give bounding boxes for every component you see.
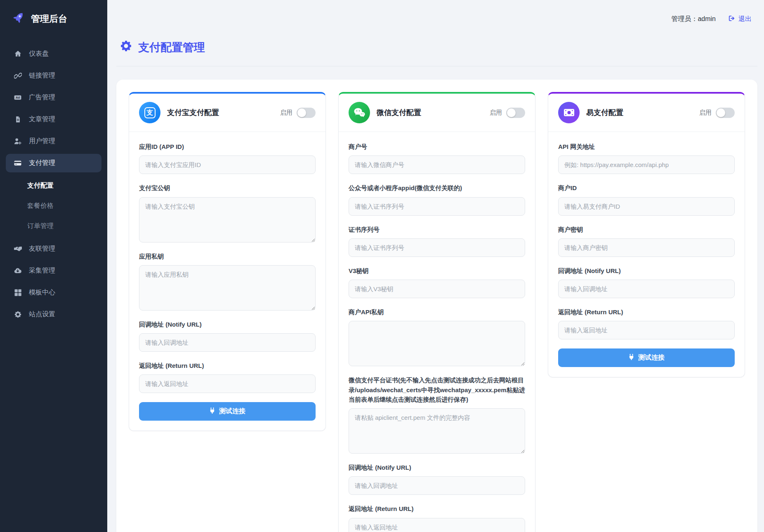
epay-enable-wrap: 启用	[699, 108, 735, 118]
wechat-input-7[interactable]	[349, 518, 525, 532]
alipay-test-connection-button[interactable]: 测试连接	[139, 402, 316, 421]
sidebar-item-label: 链接管理	[29, 71, 55, 80]
wechat-field-6: 回调地址 (Notify URL)	[349, 463, 525, 495]
sidebar-item-friend-links[interactable]: 友联管理	[6, 240, 101, 258]
alipay-input-2[interactable]	[139, 265, 316, 311]
ad-icon: Ad	[13, 94, 22, 101]
sidebar-item-users[interactable]: 用户管理	[6, 132, 101, 151]
field-label: 返回地址 (Return URL)	[139, 361, 316, 370]
field-label: 商户密钥	[558, 225, 735, 234]
sidebar-item-articles[interactable]: 文章管理	[6, 110, 101, 129]
wechat-input-0[interactable]	[349, 155, 525, 174]
admin-info: 管理员：admin	[671, 15, 716, 24]
field-label: 返回地址 (Return URL)	[558, 307, 735, 317]
epay-field-1: 商户ID	[558, 183, 735, 215]
topbar: 管理员：admin 退出	[116, 0, 757, 38]
wechat-input-4[interactable]	[349, 321, 525, 366]
gear-icon	[120, 40, 132, 55]
alipay-enable-toggle[interactable]	[297, 108, 316, 118]
grid-icon	[13, 289, 22, 297]
alipay-field-3: 回调地址 (Notify URL)	[139, 320, 316, 352]
main-area: 管理员：admin 退出 支付配置管理 支支付宝支付配置启用应用ID (	[107, 0, 764, 532]
epay-input-0[interactable]	[558, 155, 735, 174]
alipay-enable-wrap: 启用	[280, 108, 316, 118]
alipay-input-1[interactable]	[139, 197, 316, 242]
sidebar-subitem-orders[interactable]: 订单管理	[0, 216, 107, 236]
sidebar-item-templates[interactable]: 模板中心	[6, 283, 101, 302]
epay-input-1[interactable]	[558, 197, 735, 216]
handshake-icon	[13, 245, 22, 253]
sidebar-item-label: 站点设置	[29, 310, 55, 319]
wechat-icon	[349, 102, 370, 123]
wechat-input-1[interactable]	[349, 197, 525, 216]
sign-out-icon	[728, 15, 735, 24]
alipay-card: 支支付宝支付配置启用应用ID (APP ID)支付宝公钥应用私钥回调地址 (No…	[129, 92, 326, 431]
epay-card-title: 易支付配置	[586, 108, 693, 118]
wechat-field-5: 微信支付平台证书(先不输入先点击测试连接成功之后去网站根目录/uploads/w…	[349, 375, 525, 454]
wechat-input-5[interactable]	[349, 408, 525, 454]
epay-field-3: 回调地址 (Notify URL)	[558, 266, 735, 298]
sidebar-item-label: 仪表盘	[29, 49, 49, 58]
file-icon	[13, 115, 22, 123]
test-connection-label: 测试连接	[638, 353, 665, 362]
field-label: API 网关地址	[558, 142, 735, 151]
page-title: 支付配置管理	[138, 40, 205, 55]
field-label: 商户ID	[558, 183, 735, 193]
admin-name: admin	[698, 15, 716, 22]
wechat-input-6[interactable]	[349, 476, 525, 495]
sidebar-item-collection[interactable]: 采集管理	[6, 261, 101, 280]
alipay-input-0[interactable]	[139, 155, 316, 174]
wechat-input-3[interactable]	[349, 280, 525, 298]
alipay-card-body: 应用ID (APP ID)支付宝公钥应用私钥回调地址 (Notify URL)返…	[129, 132, 325, 431]
field-label: 支付宝公钥	[139, 183, 316, 193]
wechat-card-title: 微信支付配置	[377, 108, 483, 118]
field-label: 回调地址 (Notify URL)	[349, 463, 525, 472]
wechat-enable-toggle[interactable]	[506, 108, 525, 118]
epay-input-3[interactable]	[558, 280, 735, 298]
epay-field-0: API 网关地址	[558, 142, 735, 174]
field-label: 回调地址 (Notify URL)	[139, 320, 316, 329]
epay-input-4[interactable]	[558, 321, 735, 339]
enable-label: 启用	[490, 109, 502, 117]
field-label: 公众号或者小程序appid(微信支付关联的)	[349, 183, 525, 193]
epay-input-2[interactable]	[558, 238, 735, 257]
alipay-field-0: 应用ID (APP ID)	[139, 142, 316, 174]
sidebar-item-site-settings[interactable]: 站点设置	[6, 305, 101, 324]
epay-field-2: 商户密钥	[558, 225, 735, 257]
sidebar-item-label: 支付管理	[29, 159, 55, 167]
field-label: 返回地址 (Return URL)	[349, 504, 525, 513]
epay-card-header: 易支付配置启用	[548, 94, 745, 132]
sidebar-subitem-package-price[interactable]: 套餐价格	[0, 196, 107, 216]
sidebar-item-label: 文章管理	[29, 115, 55, 124]
wechat-input-2[interactable]	[349, 238, 525, 257]
plug-icon	[628, 353, 634, 362]
sidebar-nav: 仪表盘链接管理Ad广告管理文章管理用户管理支付管理支付配置套餐价格订单管理友联管…	[0, 45, 107, 324]
logout-link[interactable]: 退出	[728, 15, 752, 24]
sidebar: 管理后台 仪表盘链接管理Ad广告管理文章管理用户管理支付管理支付配置套餐价格订单…	[0, 0, 107, 532]
epay-enable-toggle[interactable]	[716, 108, 735, 118]
content-panel: 支支付宝支付配置启用应用ID (APP ID)支付宝公钥应用私钥回调地址 (No…	[116, 80, 757, 532]
field-label: 应用私钥	[139, 252, 316, 261]
link-icon	[13, 72, 22, 80]
epay-test-connection-button[interactable]: 测试连接	[558, 348, 735, 367]
payment-cards: 支支付宝支付配置启用应用ID (APP ID)支付宝公钥应用私钥回调地址 (No…	[129, 92, 745, 532]
sidebar-item-dashboard[interactable]: 仪表盘	[6, 45, 101, 63]
sidebar-item-label: 采集管理	[29, 266, 55, 275]
alipay-icon: 支	[139, 102, 160, 123]
field-label: 回调地址 (Notify URL)	[558, 266, 735, 275]
gear-icon	[13, 311, 22, 318]
sidebar-item-ads[interactable]: Ad广告管理	[6, 88, 101, 107]
wechat-field-0: 商户号	[349, 142, 525, 174]
field-label: 商户API私钥	[349, 307, 525, 317]
alipay-input-3[interactable]	[139, 333, 316, 352]
wechat-card: 微信支付配置启用商户号公众号或者小程序appid(微信支付关联的)证书序列号V3…	[338, 92, 535, 532]
field-label: 应用ID (APP ID)	[139, 142, 316, 151]
enable-label: 启用	[280, 109, 292, 117]
sidebar-subitem-payment-config[interactable]: 支付配置	[0, 176, 107, 196]
alipay-input-4[interactable]	[139, 374, 316, 393]
sidebar-item-payments[interactable]: 支付管理	[6, 154, 101, 172]
sidebar-item-links[interactable]: 链接管理	[6, 66, 101, 85]
alipay-card-title: 支付宝支付配置	[167, 108, 274, 118]
wechat-card-body: 商户号公众号或者小程序appid(微信支付关联的)证书序列号V3秘钥商户API私…	[339, 132, 535, 532]
wechat-field-7: 返回地址 (Return URL)	[349, 504, 525, 532]
